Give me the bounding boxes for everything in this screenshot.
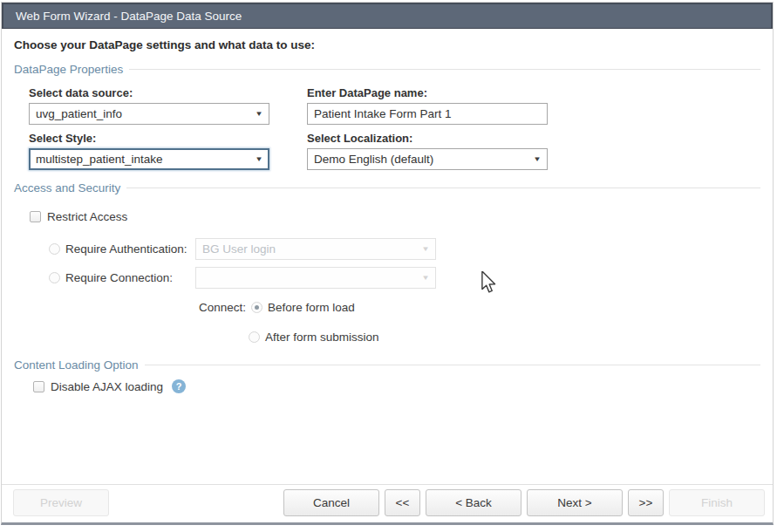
restrict-access-checkbox[interactable] (30, 211, 41, 222)
disable-ajax-checkbox[interactable] (33, 381, 44, 392)
last-step-button[interactable]: >> (628, 489, 664, 516)
authentication-value: BG User login (202, 242, 276, 256)
section-content-loading-title: Content Loading Option (14, 358, 139, 372)
page-instruction: Choose your DataPage settings and what d… (14, 38, 760, 51)
section-access-security-title: Access and Security (14, 181, 120, 194)
section-divider-line (126, 188, 760, 188)
require-authentication-radio[interactable] (49, 243, 60, 255)
data-source-value: uvg_patient_info (36, 107, 122, 120)
style-label: Select Style: (29, 132, 269, 145)
require-connection-radio[interactable] (49, 272, 60, 283)
disable-ajax-label: Disable AJAX loading (51, 380, 163, 393)
first-step-button[interactable]: << (385, 489, 420, 516)
wizard-content: Choose your DataPage settings and what d… (2, 38, 773, 393)
datapage-properties-fields: Select data source: Enter DataPage name:… (29, 79, 760, 170)
disable-ajax-row: Disable AJAX loading ? (33, 379, 760, 393)
connection-dropdown: ▼ (195, 267, 436, 289)
dropdown-arrow-icon: ▼ (255, 155, 263, 163)
connect-after-row: After form submission (249, 331, 760, 344)
data-source-label: Select data source: (29, 86, 269, 99)
window-titlebar: Web Form Wizard - DataPage Data Source (2, 3, 773, 29)
style-dropdown[interactable]: multistep_patient_intake ▼ (29, 148, 269, 170)
connect-after-radio[interactable] (249, 331, 260, 343)
section-divider-line (145, 365, 760, 365)
dropdown-arrow-icon: ▼ (255, 110, 263, 118)
require-connection-label: Require Connection: (65, 271, 195, 284)
cancel-button[interactable]: Cancel (283, 489, 379, 516)
connect-label: Connect: (199, 301, 246, 314)
localization-label: Select Localization: (307, 132, 548, 145)
data-source-dropdown[interactable]: uvg_patient_info ▼ (29, 103, 269, 125)
section-content-loading-header: Content Loading Option (14, 358, 760, 372)
next-button[interactable]: Next > (527, 489, 623, 516)
localization-dropdown[interactable]: Demo English (default) ▼ (307, 148, 548, 170)
datapage-name-label: Enter DataPage name: (307, 86, 548, 99)
web-form-wizard-dialog: Web Form Wizard - DataPage Data Source C… (1, 2, 774, 525)
section-divider-line (129, 69, 760, 70)
dropdown-arrow-icon: ▼ (533, 155, 542, 163)
help-icon[interactable]: ? (172, 379, 186, 393)
connect-after-label: After form submission (265, 331, 379, 344)
preview-button: Preview (13, 489, 109, 516)
dropdown-arrow-icon: ▼ (421, 245, 430, 253)
wizard-footer: Preview Cancel << < Back Next > >> Finis… (2, 484, 773, 522)
section-access-security-header: Access and Security (14, 181, 760, 194)
connect-before-label: Before form load (268, 301, 355, 314)
localization-value: Demo English (default) (314, 153, 433, 166)
require-connection-row: Require Connection: ▼ (49, 267, 760, 289)
section-datapage-properties-title: DataPage Properties (14, 63, 123, 76)
require-authentication-row: Require Authentication: BG User login ▼ (49, 238, 760, 260)
authentication-dropdown: BG User login ▼ (195, 238, 436, 260)
section-datapage-properties-header: DataPage Properties (14, 63, 760, 76)
back-button[interactable]: < Back (426, 489, 521, 516)
restrict-access-row: Restrict Access (30, 210, 760, 223)
restrict-access-label: Restrict Access (47, 210, 127, 223)
style-value: multistep_patient_intake (36, 153, 163, 166)
connect-before-radio[interactable] (251, 302, 262, 313)
window-title: Web Form Wizard - DataPage Data Source (16, 10, 242, 23)
mouse-cursor-icon (481, 271, 496, 295)
dropdown-arrow-icon: ▼ (421, 274, 430, 282)
finish-button: Finish (669, 489, 765, 516)
require-authentication-label: Require Authentication: (65, 242, 195, 256)
connect-before-row: Connect: Before form load (199, 301, 760, 314)
datapage-name-input[interactable] (307, 103, 548, 125)
